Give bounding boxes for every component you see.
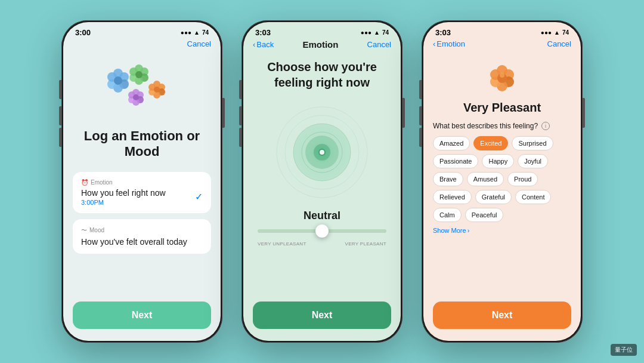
phone-1: 3:00 ●●● ▲ 74 Cancel	[61, 20, 222, 343]
tag-happy[interactable]: Happy	[482, 154, 514, 168]
wifi-icon-2: ▲	[374, 29, 380, 36]
svg-point-27	[133, 94, 139, 100]
tag-relieved[interactable]: Relieved	[433, 190, 472, 204]
signal-icon-2: ●●●	[361, 29, 371, 36]
slider-label-right: VERY PLEASANT	[345, 241, 386, 247]
emotion3-flower-svg	[484, 60, 520, 96]
clock-icon: ⏰	[81, 179, 88, 186]
wifi-icon-3: ▲	[554, 29, 560, 36]
screen1-title: Log an Emotion or Mood	[75, 128, 209, 160]
status-icons-3: ●●● ▲ 74	[541, 29, 569, 36]
tag-content[interactable]: Content	[515, 190, 552, 204]
signal-icon-3: ●●●	[541, 29, 552, 36]
svg-point-6	[114, 76, 122, 85]
mood-option-card[interactable]: 〜 Mood How you've felt overall today	[73, 219, 211, 254]
screen-1: 3:00 ●●● ▲ 74 Cancel	[63, 22, 221, 341]
nav-bar-2: ‹ Back Emotion Cancel	[243, 39, 401, 54]
tag-amazed[interactable]: Amazed	[433, 136, 470, 150]
status-time-2: 3:03	[255, 28, 271, 37]
emotion-option-label: ⏰ Emotion	[81, 179, 203, 186]
tag-calm[interactable]: Calm	[433, 208, 462, 222]
screen-3: 3:03 ●●● ▲ 74 ‹ Emotion Cancel	[423, 22, 581, 341]
cancel-button-3[interactable]: Cancel	[547, 39, 571, 48]
cancel-button-2[interactable]: Cancel	[367, 40, 391, 49]
flowers-svg	[106, 63, 178, 116]
wheel-svg	[274, 104, 370, 200]
tag-excited[interactable]: Excited	[473, 136, 508, 150]
show-more-button[interactable]: Show More ›	[423, 222, 581, 239]
question-row: What best describes this feeling? i	[423, 122, 581, 130]
battery-icon-3: 74	[562, 29, 569, 36]
tags-container: AmazedExcitedSurprisedPassionateHappyJoy…	[423, 136, 581, 222]
status-bar-3: 3:03 ●●● ▲ 74	[423, 22, 581, 39]
mood-option-label: 〜 Mood	[81, 226, 203, 235]
emotion-label: Neutral	[243, 210, 401, 222]
checkmark-icon: ✓	[195, 191, 203, 202]
tag-passionate[interactable]: Passionate	[433, 154, 478, 168]
slider-labels: VERY UNPLEASANT VERY PLEASANT	[258, 241, 386, 247]
next-button-1[interactable]: Next	[73, 302, 211, 329]
svg-point-13	[135, 71, 143, 78]
svg-point-46	[500, 73, 504, 78]
status-icons-2: ●●● ▲ 74	[361, 29, 389, 36]
screen2-title: Choose how you're feeling right now	[258, 59, 386, 90]
tag-brave[interactable]: Brave	[433, 172, 463, 186]
wifi-icon: ▲	[194, 29, 200, 36]
svg-point-38	[320, 150, 324, 155]
svg-point-20	[154, 87, 160, 93]
slider-label-left: VERY UNPLEASANT	[258, 241, 306, 247]
status-time-1: 3:00	[75, 28, 91, 37]
emotion3-flower	[423, 60, 581, 96]
back-button-3[interactable]: ‹ Emotion	[433, 39, 465, 48]
nav-bar-3: ‹ Emotion Cancel	[423, 39, 581, 53]
battery-icon: 74	[202, 29, 209, 36]
emotion-option-text: How you feel right now	[81, 188, 166, 198]
status-bar-1: 3:00 ●●● ▲ 74	[63, 22, 221, 39]
status-time-3: 3:03	[435, 28, 451, 37]
tag-surprised[interactable]: Surprised	[512, 136, 553, 150]
mood-option-text: How you've felt overall today	[81, 237, 203, 247]
back-button-2[interactable]: ‹ Back	[253, 40, 274, 49]
signal-icon: ●●●	[181, 29, 191, 36]
emotion-option-row: How you feel right now 3:00PM ✓	[81, 188, 203, 206]
mood-icon: 〜	[81, 226, 87, 235]
cancel-button-1[interactable]: Cancel	[63, 39, 221, 53]
tag-amused[interactable]: Amused	[467, 172, 504, 186]
nav-title-2: Emotion	[302, 39, 338, 50]
info-icon[interactable]: i	[541, 122, 550, 130]
emotion-wheel	[243, 104, 401, 200]
next-button-3[interactable]: Next	[433, 302, 571, 329]
emotion-option-time: 3:00PM	[81, 199, 166, 206]
battery-icon-2: 74	[382, 29, 389, 36]
emotion-flowers	[63, 63, 221, 116]
emotion-option-card[interactable]: ⏰ Emotion How you feel right now 3:00PM …	[73, 172, 211, 213]
slider-track[interactable]	[258, 229, 386, 233]
screen-2: 3:03 ●●● ▲ 74 ‹ Back Emotion Cancel Choo…	[243, 22, 401, 341]
screen3-title: Very Pleasant	[423, 101, 581, 115]
tag-grateful[interactable]: Grateful	[475, 190, 512, 204]
slider-container[interactable]: VERY UNPLEASANT VERY PLEASANT	[258, 229, 386, 247]
phone-2: 3:03 ●●● ▲ 74 ‹ Back Emotion Cancel Choo…	[242, 20, 402, 343]
tag-peaceful[interactable]: Peaceful	[465, 208, 504, 222]
next-button-2[interactable]: Next	[253, 302, 391, 329]
tag-proud[interactable]: Proud	[507, 172, 538, 186]
status-bar-2: 3:03 ●●● ▲ 74	[243, 22, 401, 39]
phone-3: 3:03 ●●● ▲ 74 ‹ Emotion Cancel	[422, 20, 583, 343]
watermark: 量子位	[611, 344, 637, 356]
question-text: What best describes this feeling?	[433, 122, 538, 130]
slider-thumb[interactable]	[315, 224, 329, 238]
tag-joyful[interactable]: Joyful	[518, 154, 548, 168]
status-icons-1: ●●● ▲ 74	[181, 29, 209, 36]
chevron-right-icon: ›	[467, 227, 470, 234]
